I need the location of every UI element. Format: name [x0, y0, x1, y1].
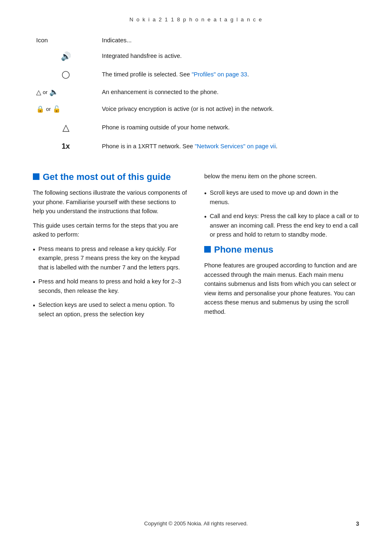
list-item: Call and end keys: Press the call key to…	[204, 212, 359, 239]
section1-title: Get the most out of this guide	[43, 172, 171, 182]
list-item-text: Call and end keys: Press the call key to…	[210, 212, 359, 239]
icon-col-header: Icon	[33, 35, 99, 47]
section1-bullets-left: Press means to press and release a key q…	[33, 244, 188, 319]
list-item: Selection keys are used to select a menu…	[33, 300, 188, 319]
list-item: Press and hold means to press and hold a…	[33, 277, 188, 295]
onex-icon: 1x	[62, 142, 70, 150]
footer: Copyright © 2005 Nokia. All rights reser…	[33, 520, 359, 527]
icon-cell: △ or 🔈	[33, 83, 99, 101]
row-text: Phone is in a 1XRTT network. See "Networ…	[99, 138, 359, 155]
blue-square-icon2	[204, 246, 211, 253]
row-text: The timed profile is selected. See "Prof…	[99, 66, 359, 83]
row-text: Integrated handsfree is active.	[99, 47, 359, 66]
row-text: Phone is roaming outside of your home ne…	[99, 117, 359, 138]
profiles-link[interactable]: "Profiles" on page 33	[191, 71, 247, 78]
icon-cell: 🔒 or 🔓	[33, 101, 99, 117]
page-number: 3	[356, 520, 359, 527]
list-item: Scroll keys are used to move up and down…	[204, 188, 359, 207]
section2-title: Phone menus	[214, 244, 273, 255]
bell-speaker-icon: △ or 🔈	[36, 87, 95, 98]
table-row: ◯ The timed profile is selected. See "Pr…	[33, 66, 359, 83]
right-continued-text: below the menu item on the phone screen.	[204, 172, 359, 181]
clock-icon: ◯	[62, 70, 70, 78]
table-row: △ or 🔈 An enhancement is connected to th…	[33, 83, 359, 101]
table-row: 🔊 Integrated handsfree is active.	[33, 47, 359, 66]
icon-cell: 1x	[33, 138, 99, 155]
list-item: Press means to press and release a key q…	[33, 244, 188, 272]
row-text: Voice privacy encryption is active (or i…	[99, 101, 359, 117]
indicates-col-header: Indicates...	[99, 35, 359, 47]
list-item-text: Press means to press and release a key q…	[39, 244, 188, 272]
right-column: below the menu item on the phone screen.…	[204, 172, 359, 324]
section2-heading: Phone menus	[204, 244, 359, 255]
list-item-text: Scroll keys are used to move up and down…	[210, 188, 359, 207]
main-content: Get the most out of this guide The follo…	[33, 172, 359, 324]
icon-cell: △	[33, 117, 99, 138]
row-text: An enhancement is connected to the phone…	[99, 83, 359, 101]
table-row: △ Phone is roaming outside of your home …	[33, 117, 359, 138]
network-services-link[interactable]: "Network Services" on page vii	[195, 143, 276, 150]
left-column: Get the most out of this guide The follo…	[33, 172, 188, 324]
icon-cell: ◯	[33, 66, 99, 83]
section1-heading: Get the most out of this guide	[33, 172, 188, 182]
icon-table: Icon Indicates... 🔊 Integrated handsfree…	[33, 35, 359, 155]
section1-intro2: This guide uses certain terms for the st…	[33, 221, 188, 239]
triangle-icon: △	[62, 122, 69, 133]
lock-icon: 🔒 or 🔓	[36, 104, 95, 114]
icon-cell: 🔊	[33, 47, 99, 66]
copyright-text: Copyright © 2005 Nokia. All rights reser…	[144, 520, 248, 527]
table-row: 1x Phone is in a 1XRTT network. See "Net…	[33, 138, 359, 155]
page: N o k i a 2 1 1 8 p h o n e a t a g l a …	[0, 0, 392, 543]
page-header: N o k i a 2 1 1 8 p h o n e a t a g l a …	[33, 16, 359, 23]
section2-text: Phone features are grouped according to …	[204, 261, 359, 316]
speaker-icon: 🔊	[61, 52, 71, 61]
header-title: N o k i a 2 1 1 8 p h o n e a t a g l a …	[129, 16, 263, 23]
table-row: 🔒 or 🔓 Voice privacy encryption is activ…	[33, 101, 359, 117]
section1-bullets-right: Scroll keys are used to move up and down…	[204, 188, 359, 239]
section1-intro1: The following sections illustrate the va…	[33, 188, 188, 216]
list-item-text: Selection keys are used to select a menu…	[39, 300, 188, 319]
list-item-text: Press and hold means to press and hold a…	[39, 277, 188, 295]
blue-square-icon	[33, 173, 39, 180]
